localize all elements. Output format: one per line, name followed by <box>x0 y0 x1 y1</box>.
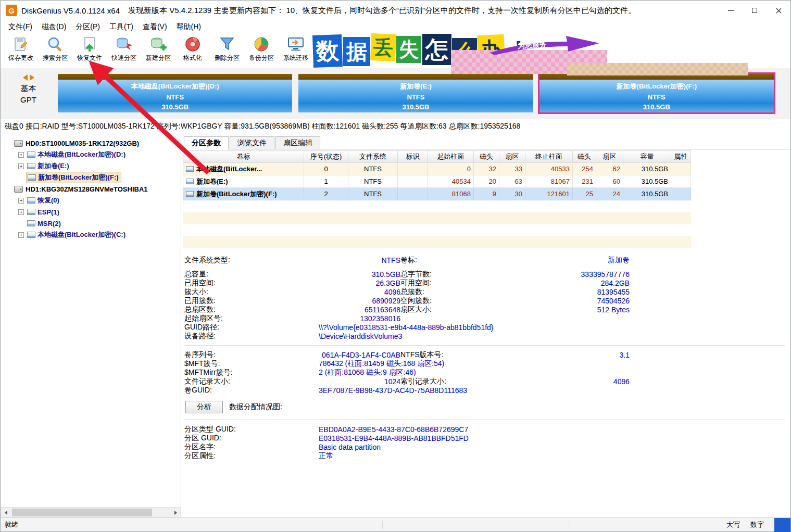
disk-info: 磁盘0 接口:RAID 型号:ST1000LM035-1RK172 序列号:WK… <box>1 119 790 133</box>
tab-sector-edit[interactable]: 扇区编辑 <box>275 136 320 149</box>
detail-label: 卷标: <box>400 256 489 265</box>
system-migration-button[interactable]: 系统迁移 <box>279 34 313 67</box>
format-icon <box>184 35 202 53</box>
tree-item-label: ESP(1) <box>37 208 59 216</box>
column-header[interactable]: 终止柱面 <box>525 151 573 163</box>
maximize-button[interactable] <box>743 1 767 20</box>
tab-bar: 分区参数 浏览文件 扇区编辑 <box>183 136 790 149</box>
partition-row-d[interactable]: 本地磁盘(BitLocker... 0 NTFS 0 32 33 40533 2… <box>183 163 691 175</box>
detail-row-partition-type-guid: 分区类型 GUID: EBD0A0A2-B9E5-4433-87C0-68B6B… <box>184 425 790 434</box>
table-cell: 2 <box>304 188 348 200</box>
format-button[interactable]: 格式化 <box>175 34 210 67</box>
close-button[interactable] <box>767 1 790 20</box>
expand-icon[interactable] <box>18 232 24 238</box>
new-partition-button[interactable]: 新建分区 <box>141 34 175 67</box>
column-header[interactable]: 容量 <box>623 151 671 163</box>
column-header[interactable]: 磁头 <box>573 151 596 163</box>
detail-label: 已用簇数: <box>184 296 262 306</box>
detail-value: \Device\HarddiskVolume3 <box>262 332 790 340</box>
scroll-left-button[interactable] <box>1 508 11 517</box>
partition-size: 310.5GB <box>539 103 774 111</box>
search-partition-button[interactable]: 搜索分区 <box>38 34 72 67</box>
column-header[interactable]: 标识 <box>398 151 428 163</box>
tab-partition-params[interactable]: 分区参数 <box>184 136 229 149</box>
tree-item-hd0[interactable]: HD0:ST1000LM035-1RK172(932GB) <box>1 137 181 149</box>
partition-bars: 本地磁盘(BitLocker加密)(D:) NTFS 310.5GB 新加卷(E… <box>56 68 790 119</box>
scroll-right-button[interactable] <box>170 508 181 517</box>
partition-bar-d[interactable]: 本地磁盘(BitLocker加密)(D:) NTFS 310.5GB <box>56 72 294 114</box>
delete-partition-button[interactable]: 删除分区 <box>210 34 244 67</box>
save-changes-button[interactable]: 保存更改 <box>4 34 38 67</box>
table-cell: 30 <box>499 188 525 200</box>
menu-view[interactable]: 查看(V) <box>138 22 172 32</box>
expand-icon[interactable] <box>18 198 24 204</box>
menu-help[interactable]: 帮助(H) <box>172 22 206 32</box>
detail-label: 可用空间: <box>400 278 489 288</box>
detail-label: 设备路径: <box>184 332 262 341</box>
detail-label: 起始扇区号: <box>184 314 262 323</box>
column-header[interactable]: 起始柱面 <box>428 151 474 163</box>
column-header[interactable]: 磁头 <box>474 151 499 163</box>
column-header[interactable]: 属性 <box>671 151 691 163</box>
backup-partition-button[interactable]: 备份分区 <box>244 34 279 67</box>
quick-partition-button[interactable]: 快速分区 <box>107 34 141 67</box>
partition-icon <box>27 151 35 158</box>
collapse-arrows[interactable] <box>1 74 56 81</box>
detail-row: 文件记录大小: 1024 索引记录大小: 4096 <box>184 377 790 386</box>
recover-files-button[interactable]: 恢复文件 <box>72 34 107 67</box>
expand-icon[interactable] <box>18 209 24 215</box>
partition-bar-f[interactable]: 新加卷(BitLocker加密)(F:) NTFS 310.5GB <box>538 72 775 114</box>
tree-item-recovery[interactable]: 恢复(0) <box>1 195 181 206</box>
expand-icon[interactable] <box>18 163 24 169</box>
content-panel: 分区参数 浏览文件 扇区编辑 卷标 序号(状态) 文件系统 标识 起始柱面 <box>181 133 790 517</box>
partition-row-e[interactable]: 新加卷(E:) 1 NTFS 40534 20 63 81067 231 60 … <box>183 175 691 188</box>
menu-disk[interactable]: 磁盘(D) <box>37 22 71 32</box>
tree-item-hd1[interactable]: HD1:KBG30ZMS128GNVMeTOSHIBA1 <box>1 183 181 195</box>
partition-fs: NTFS <box>58 93 292 101</box>
detail-row-partition-guid: 分区 GUID: E0318531-E9B4-448A-889B-AB81BBF… <box>184 434 790 442</box>
table-cell: 0 <box>428 163 474 175</box>
partition-bar-body: 新加卷(E:) NTFS 310.5GB <box>298 80 533 112</box>
tree-item-label: MSR(2) <box>37 220 61 227</box>
menu-tools[interactable]: 工具(T) <box>105 22 138 32</box>
detail-row-partition-attr: 分区属性: 正常 <box>184 451 790 460</box>
empty-row <box>183 236 691 248</box>
tree-item-partition-e[interactable]: 新加卷(E:) <box>1 160 181 172</box>
minimize-button[interactable] <box>719 1 743 20</box>
detail-value: 1024 <box>262 377 400 386</box>
table-cell: 24 <box>596 188 623 200</box>
scrollbar-thumb[interactable] <box>12 509 152 516</box>
partition-bar-e[interactable]: 新加卷(E:) NTFS 310.5GB <box>297 72 534 114</box>
partition-row-f-selected[interactable]: 新加卷(BitLocker加密)(F:) 2 NTFS 81068 9 30 1… <box>183 188 691 200</box>
partition-strip: 基本 GPT 本地磁盘(BitLocker加密)(D:) NTFS 310.5G… <box>1 68 790 119</box>
tree-item-esp[interactable]: ESP(1) <box>1 206 181 218</box>
menu-file[interactable]: 文件(F) <box>4 22 37 32</box>
tree-horizontal-scrollbar[interactable] <box>1 507 181 517</box>
scrollbar-track[interactable] <box>11 508 170 517</box>
detail-row: 文件系统类型: NTFS 卷标: 新加卷 <box>184 256 790 264</box>
menu-partition[interactable]: 分区(P) <box>71 22 105 32</box>
partition-icon <box>27 220 35 226</box>
analyze-row: 分析 数据分配情况图: <box>185 401 790 413</box>
table-cell: 310.5GB <box>623 188 671 200</box>
expand-icon[interactable] <box>18 152 24 158</box>
detail-label: 分区名字: <box>184 442 319 452</box>
table-cell: NTFS <box>348 175 398 188</box>
column-header[interactable]: 卷标 <box>183 151 304 163</box>
tree-item-partition-d[interactable]: 本地磁盘(BitLocker加密)(D:) <box>1 149 181 160</box>
column-header[interactable]: 文件系统 <box>348 151 398 163</box>
detail-value: 81395455 <box>489 288 630 296</box>
tree-item-msr[interactable]: MSR(2) <box>1 218 181 229</box>
disk-icon <box>14 140 23 147</box>
detail-label: NTFS版本号: <box>400 350 489 360</box>
analyze-button[interactable]: 分析 <box>185 401 223 413</box>
tree-item-partition-f[interactable]: 新加卷(BitLocker加密)(F:) <box>1 172 181 183</box>
column-header[interactable]: 扇区 <box>499 151 525 163</box>
tab-browse-files[interactable]: 浏览文件 <box>230 136 274 149</box>
column-header[interactable]: 扇区 <box>596 151 623 163</box>
detail-label: 文件系统类型: <box>184 256 262 265</box>
column-header[interactable]: 序号(状态) <box>304 151 348 163</box>
table-cell <box>398 163 428 175</box>
tree-item-partition-c[interactable]: 本地磁盘(BitLocker加密)(C:) <box>1 229 181 240</box>
toolbar-label: 快速分区 <box>111 54 136 62</box>
